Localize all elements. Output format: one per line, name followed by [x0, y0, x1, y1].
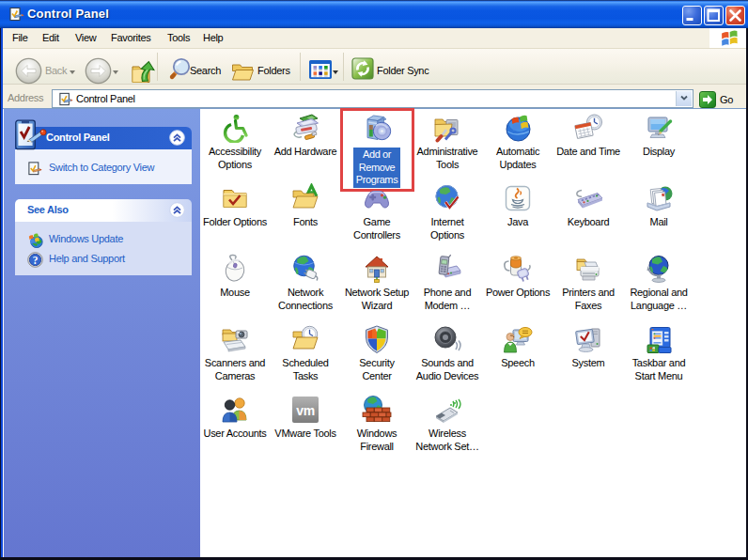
svg-text:vm: vm	[296, 403, 315, 418]
svg-text:?: ?	[33, 255, 39, 266]
